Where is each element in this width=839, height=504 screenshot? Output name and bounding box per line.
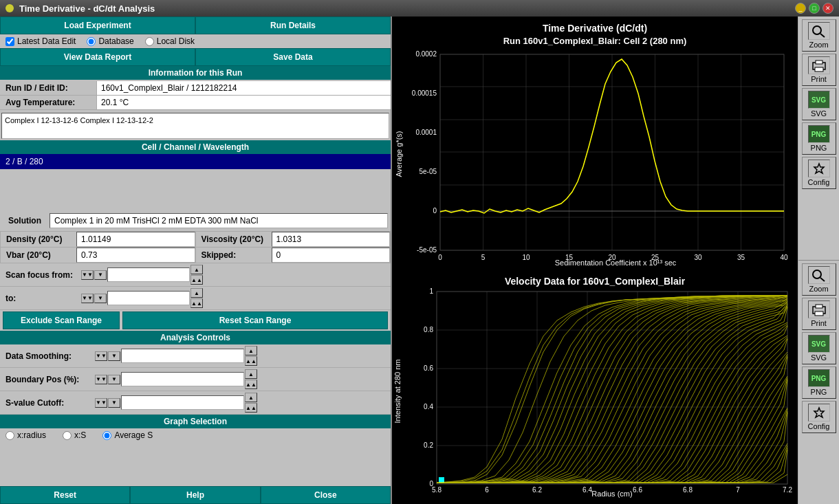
svg-text:10: 10 <box>522 254 530 261</box>
averages-radio[interactable] <box>102 431 111 440</box>
scan-to-u-btn[interactable]: ▲ <box>190 288 203 298</box>
svalue-label: S-value Cutoff: <box>3 397 92 409</box>
smoothing-input[interactable]: 1 <box>121 349 244 363</box>
cell-list-item[interactable]: 2 / B / 280 <box>0 154 391 169</box>
close-button[interactable]: Close <box>261 486 391 504</box>
svg-bottom-label: SVG <box>811 353 827 362</box>
svg-text:0.00015: 0.00015 <box>412 89 437 97</box>
svg-text:7.2: 7.2 <box>783 486 792 494</box>
bottom-btns: Reset Help Close <box>0 486 391 504</box>
smooth-dd-btn[interactable]: ▼▼ <box>95 351 107 361</box>
svg-text:25: 25 <box>651 254 660 261</box>
bound-uu-btn[interactable]: ▲▲ <box>245 380 257 389</box>
help-button[interactable]: Help <box>130 486 260 504</box>
top-chart-subtitle: Run 160v1_ComplexI_Blair: Cell 2 (280 nm… <box>503 36 687 46</box>
viscosity-value: 1.0313 <box>272 232 391 247</box>
avg-temp-value: 20.1 °C <box>96 96 391 109</box>
svg-text:6.4: 6.4 <box>582 486 592 494</box>
scan-from-u-btn[interactable]: ▲ <box>190 265 203 274</box>
reset-scan-range-button[interactable]: Reset Scan Range <box>122 311 388 329</box>
print-bottom-button[interactable]: Print <box>802 298 836 330</box>
svg-point-68 <box>813 270 821 278</box>
run-details-button[interactable]: Run Details <box>195 17 391 34</box>
xs-radio[interactable] <box>63 431 72 440</box>
database-radio[interactable] <box>87 37 96 46</box>
svg-top-button[interactable]: SVG SVG <box>802 88 836 120</box>
top-chart-title: Time Derivative (dC/dt) <box>543 23 647 34</box>
bound-d-btn[interactable]: ▼ <box>108 375 120 384</box>
bottom-chart-ylabel: Intensity at 280 nm <box>393 360 402 424</box>
sval-dd-btn[interactable]: ▼▼ <box>95 398 107 408</box>
png-top-button[interactable]: PNG PNG <box>802 122 836 155</box>
bound-dd-btn[interactable]: ▼▼ <box>95 375 107 384</box>
scan-to-input[interactable]: 0 <box>107 291 190 305</box>
top-chart-ylabel: Average g*(s) <box>395 131 403 177</box>
solution-label: Solution <box>3 214 47 228</box>
scan-from-d-btn[interactable]: ▼ <box>94 270 107 280</box>
viscosity-label: Viscosity (20°C) <box>196 232 272 246</box>
zoom-bottom-icon <box>808 266 830 284</box>
png-bottom-icon: PNG <box>808 369 830 387</box>
svg-line-63 <box>820 34 825 37</box>
boundary-spin: ▼▼ ▼ 5 ▲ ▲▲ <box>95 369 257 389</box>
notes-area: Complex I 12-13-12-6 Complex I 12-13-12-… <box>1 113 389 139</box>
svg-text:5: 5 <box>481 254 486 261</box>
load-experiment-button[interactable]: Load Experiment <box>0 17 195 34</box>
minimize-btn[interactable]: _ <box>795 3 806 14</box>
config-top-icon <box>808 160 830 177</box>
scan-focus-from-row: Scan focus from: ▼▼ ▼ 0 ▲ ▲▲ <box>0 263 391 287</box>
config-bottom-button[interactable]: Config <box>802 401 836 433</box>
latest-data-edit-checkbox[interactable] <box>6 37 14 46</box>
svg-text:0.0001: 0.0001 <box>415 129 437 136</box>
svg-top-label: SVG <box>811 109 827 118</box>
print-top-button[interactable]: Print <box>802 54 836 86</box>
smooth-d-btn[interactable]: ▼ <box>108 351 120 361</box>
svg-text:40: 40 <box>780 254 788 261</box>
scan-to-dd-btn[interactable]: ▼▼ <box>81 294 94 303</box>
smooth-u-btn[interactable]: ▲ <box>245 346 257 355</box>
sval-u-btn[interactable]: ▲ <box>245 393 257 402</box>
svg-marker-73 <box>814 408 824 417</box>
svalue-input[interactable]: 40 <box>121 395 244 410</box>
averages-label[interactable]: Average S <box>102 430 153 440</box>
xradius-radio[interactable] <box>6 431 14 440</box>
exclude-scan-range-button[interactable]: Exclude Scan Range <box>3 311 120 329</box>
zoom-top-button[interactable]: Zoom <box>802 19 836 52</box>
solution-row: Solution Complex 1 in 20 mM TrisHCl 2 mM… <box>0 210 391 231</box>
cell-section-header: Cell / Channel / Wavelength <box>0 140 391 154</box>
bound-u-btn[interactable]: ▲ <box>245 369 257 379</box>
scan-from-uu-btn[interactable]: ▲▲ <box>190 275 203 285</box>
scan-from-input[interactable]: 0 <box>107 267 190 282</box>
svg-bottom-button[interactable]: SVG SVG <box>802 332 836 364</box>
config-top-button[interactable]: Config <box>802 157 836 189</box>
scan-to-uu-btn[interactable]: ▲▲ <box>190 298 203 308</box>
density-label: Density (20°C) <box>1 232 76 246</box>
sval-uu-btn[interactable]: ▲▲ <box>245 403 257 413</box>
svg-text:15: 15 <box>565 254 574 261</box>
scan-from-dd-btn[interactable]: ▼▼ <box>81 270 94 280</box>
database-radio-label[interactable]: Database <box>87 36 133 46</box>
boundary-input[interactable]: 5 <box>121 372 244 386</box>
maximize-btn[interactable]: □ <box>809 3 820 14</box>
close-btn[interactable]: ✕ <box>822 3 833 14</box>
latest-data-edit-label[interactable]: Latest Data Edit <box>6 36 76 46</box>
xradius-label[interactable]: x:radius <box>6 430 46 440</box>
local-disk-radio-label[interactable]: Local Disk <box>145 36 195 46</box>
xs-label[interactable]: x:S <box>63 430 86 440</box>
reset-button[interactable]: Reset <box>0 486 130 504</box>
png-bottom-button[interactable]: PNG PNG <box>802 366 836 399</box>
graph-selection-header: Graph Selection <box>0 415 391 428</box>
zoom-bottom-button[interactable]: Zoom <box>802 263 836 296</box>
smoothing-label: Data Smoothing: <box>3 350 92 362</box>
svg-text:35: 35 <box>737 254 745 261</box>
sval-d-btn[interactable]: ▼ <box>108 398 120 408</box>
smooth-uu-btn[interactable]: ▲▲ <box>245 356 257 366</box>
save-data-button[interactable]: Save Data <box>195 48 391 66</box>
svg-text:5.8: 5.8 <box>432 486 442 494</box>
local-disk-radio[interactable] <box>145 37 154 46</box>
cursor-indicator <box>439 477 444 483</box>
svg-text:20: 20 <box>608 254 616 261</box>
scan-to-d-btn[interactable]: ▼ <box>94 294 107 303</box>
png-top-label: PNG <box>811 144 827 152</box>
view-data-report-button[interactable]: View Data Report <box>0 48 195 66</box>
